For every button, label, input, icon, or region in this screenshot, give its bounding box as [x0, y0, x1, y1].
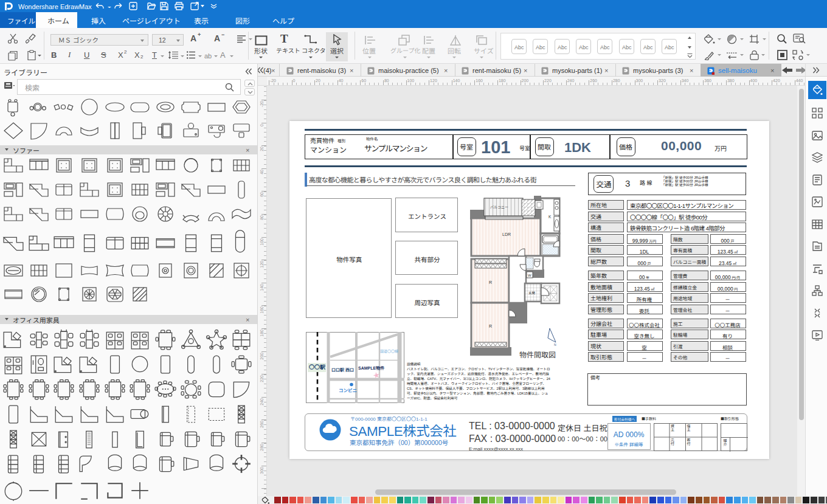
svg-text:R: R — [489, 279, 492, 285]
svg-text:玄関: 玄関 — [528, 291, 536, 295]
svg-text:LDR: LDR — [502, 231, 511, 237]
svg-text:K: K — [548, 213, 552, 219]
svg-text:バルコニー: バルコニー — [490, 204, 508, 210]
svg-text:W: W — [528, 272, 531, 278]
svg-text:N: N — [554, 342, 556, 347]
svg-text:R: R — [489, 323, 492, 329]
